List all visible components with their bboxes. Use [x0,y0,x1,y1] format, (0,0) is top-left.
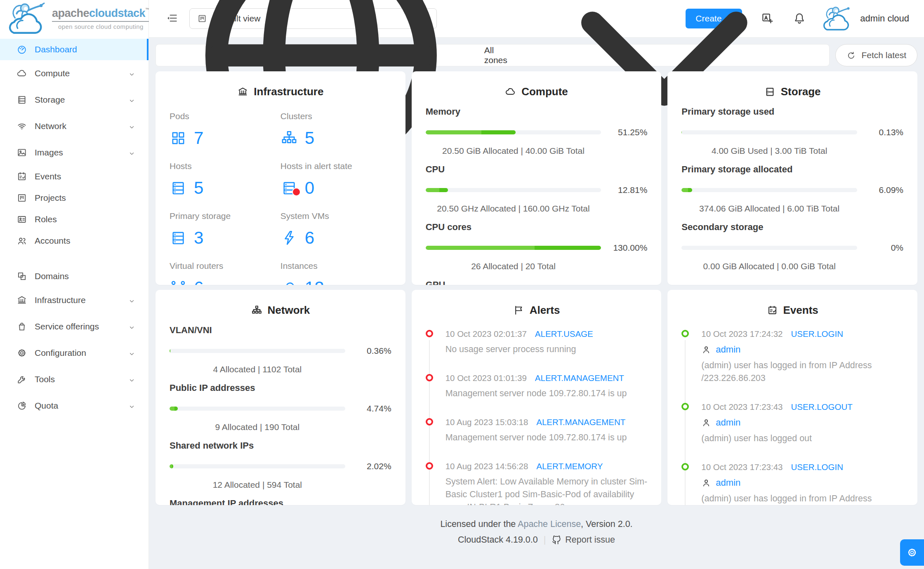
event-type-link[interactable]: ALERT.MANAGEMENT [535,373,624,383]
wifi-icon [16,121,27,132]
fetch-latest-button[interactable]: Fetch latest [835,44,917,66]
brand-name: apachecloudstack™ [52,7,150,22]
fork-icon [170,279,187,285]
stat-value[interactable]: 5 [170,178,280,198]
footer-divider: | [544,535,546,545]
progress-bar [681,246,857,250]
progress-percent: 12.81% [601,185,647,195]
zone-selector-value: All zones [484,45,507,65]
chev-down-icon [128,71,135,78]
sidebar-item-label: Network [35,121,128,131]
cluster-icon [280,129,298,147]
event-type-link[interactable]: ALERT.USAGE [535,329,593,339]
report-issue-link[interactable]: Report issue [552,535,615,545]
progress-percent: 0% [857,243,903,253]
progress-percent: 4.74% [345,404,391,414]
sidebar-item-infrastructure[interactable]: Infrastructure [0,287,148,313]
infrastructure-card: InfrastructurePods7Clusters5Hosts5Hosts … [156,71,405,285]
team-icon [16,235,27,246]
event-type-link[interactable]: ALERT.MEMORY [536,461,603,471]
database-icon [170,229,187,247]
version-text: CloudStack 4.19.0.0 [458,535,538,545]
sidebar-item-events[interactable]: Events [0,166,148,187]
meter-gpu: GPU0%0 Allocated | 0 Total [426,280,648,285]
stat-value[interactable]: 0 [280,178,391,198]
sidebar-item-label: Quota [35,401,128,411]
chev-down-icon [128,403,135,410]
alerts-entry: 10 Oct 2023 01:01:39ALERT.MANAGEMENTMana… [426,373,648,400]
progress-bar [170,349,345,353]
network-card: NetworkVLAN/VNI0.36%4 Allocated | 1102 T… [156,290,405,505]
fetch-latest-label: Fetch latest [861,50,906,60]
stat-hosts: Hosts5 [170,161,280,198]
sidebar-item-configuration[interactable]: Configuration [0,340,148,366]
chev-down-icon [128,97,135,104]
stat-value[interactable]: 3 [170,228,280,248]
progress-percent: 130.00% [601,243,647,253]
dashboard-icon [16,44,27,55]
event-user-link[interactable]: admin [701,477,903,488]
sidebar-item-compute[interactable]: Compute [0,60,148,87]
meter-shared-network-ips: Shared network IPs2.02%12 Allocated | 59… [170,440,391,490]
stat-value[interactable]: 7 [170,128,280,148]
github-icon [552,535,561,545]
user-icon [701,345,711,355]
compute-card-title: Compute [426,85,648,98]
sidebar-item-service-offerings[interactable]: Service offerings [0,313,148,340]
chev-down-icon [128,377,135,384]
alerts-card-title: Alerts [426,304,648,317]
meter-management-ip-addresses: Management IP addresses2.37%6 Allocated … [170,498,391,505]
database-icon [170,179,187,197]
progress-caption: 20.50 GiB Allocated | 40.00 GiB Total [426,146,601,156]
stat-value[interactable]: 5 [280,128,391,148]
storage-card-title: Storage [681,85,903,98]
events-entry: 10 Oct 2023 17:23:43USER.LOGOUTadmin(adm… [681,402,903,445]
event-type-link[interactable]: ALERT.MANAGEMENT [536,417,625,427]
stat-value[interactable]: 12 [280,278,391,285]
zone-bar: All zones Fetch latest [156,44,917,66]
brand-subtitle: open source cloud computing [52,23,150,30]
cluster-icon [251,305,262,316]
stat-value[interactable]: 6 [280,228,391,248]
event-type-link[interactable]: USER.LOGIN [791,462,843,472]
meter-secondary-storage: Secondary storage0%0.00 GiB Allocated | … [681,222,903,271]
timeline-dot [681,330,689,337]
progress-bar [170,464,345,468]
sidebar-item-label: Images [35,148,128,158]
sidebar-item-label: Configuration [35,348,128,358]
progress-bar [426,188,601,192]
sidebar-item-projects[interactable]: Projects [0,187,148,209]
event-type-link[interactable]: USER.LOGIN [791,329,843,339]
infrastructure-card-title: Infrastructure [170,85,391,98]
alerts-entry: 10 Oct 2023 02:01:37ALERT.USAGENo usage … [426,329,648,356]
sidebar-item-label: Storage [35,95,128,105]
sidebar-item-tools[interactable]: Tools [0,366,148,393]
compute-card: ComputeMemory51.25%20.50 GiB Allocated |… [412,71,662,285]
user-avatar[interactable] [820,5,856,32]
schedule-icon [767,305,778,316]
sidebar-item-images[interactable]: Images [0,139,148,166]
alerts-timeline: 10 Oct 2023 02:01:37ALERT.USAGENo usage … [426,329,648,505]
sidebar-item-domains[interactable]: Domains [0,266,148,287]
user-name[interactable]: admin cloud [860,13,909,24]
event-type-link[interactable]: USER.LOGOUT [791,402,853,412]
apache-license-link[interactable]: Apache License [518,519,581,529]
zone-selector[interactable]: All zones [156,44,830,66]
version-line: CloudStack 4.19.0.0 | Report issue [156,535,917,545]
event-user-link[interactable]: admin [701,344,903,355]
sidebar-item-network[interactable]: Network [0,113,148,139]
stat-value[interactable]: 6 [170,278,280,285]
progress-bar [681,130,857,134]
sidebar-item-quota[interactable]: Quota [0,393,148,419]
event-user-link[interactable]: admin [701,417,903,428]
sidebar-item-accounts[interactable]: Accounts [0,230,148,252]
sidebar-item-label: Domains [35,271,135,281]
stat-instances: Instances12 [280,261,391,285]
sidebar-item-roles[interactable]: Roles [0,209,148,230]
sidebar-item-dashboard[interactable]: Dashboard [0,39,148,60]
logo-text: apachecloudstack™ open source cloud comp… [52,7,150,30]
settings-fab-button[interactable] [900,539,924,566]
sidebar-item-storage[interactable]: Storage [0,87,148,113]
thunderbolt-icon [280,229,298,247]
chev-down-icon [128,124,135,131]
